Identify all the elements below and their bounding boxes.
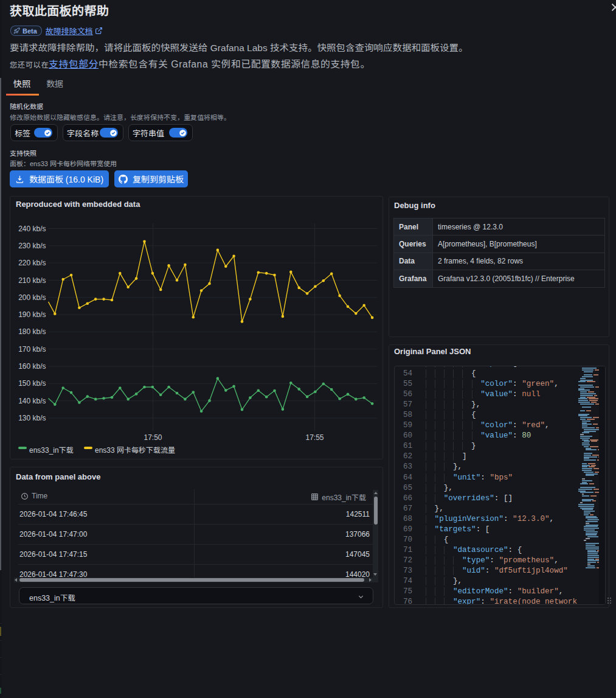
svg-text:150 kb/s: 150 kb/s — [18, 379, 46, 388]
svg-text:ens33 网卡每秒下载流量: ens33 网卡每秒下载流量 — [95, 446, 175, 455]
svg-text:240 kb/s: 240 kb/s — [18, 225, 46, 233]
svg-text:140 kb/s: 140 kb/s — [18, 397, 46, 405]
svg-text:160 kb/s: 160 kb/s — [18, 362, 46, 371]
svg-text:17:55: 17:55 — [305, 433, 324, 442]
svg-text:180 kb/s: 180 kb/s — [18, 327, 46, 336]
svg-text:130 kb/s: 130 kb/s — [18, 414, 46, 422]
svg-text:170 kb/s: 170 kb/s — [18, 345, 46, 354]
svg-text:200 kb/s: 200 kb/s — [18, 293, 46, 302]
svg-text:220 kb/s: 220 kb/s — [18, 259, 46, 267]
svg-text:230 kb/s: 230 kb/s — [18, 242, 46, 250]
svg-text:210 kb/s: 210 kb/s — [18, 276, 46, 285]
svg-text:17:50: 17:50 — [144, 433, 162, 442]
svg-text:190 kb/s: 190 kb/s — [18, 310, 46, 319]
svg-text:ens33_in下载: ens33_in下载 — [29, 446, 74, 455]
